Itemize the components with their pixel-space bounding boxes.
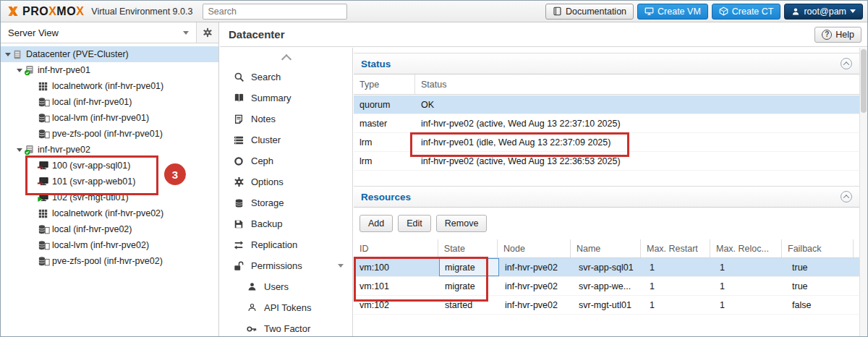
- unlock-icon: [233, 261, 244, 271]
- vm-migrate-icon: [38, 161, 52, 171]
- tree-item-vm-102[interactable]: 102 (svr-mgt-utl01): [1, 189, 218, 205]
- tree-item-vm-101[interactable]: 101 (svr-app-web01): [1, 174, 218, 189]
- proxmox-app: PROXMOX Virtual Environment 9.0.3 Docume…: [0, 0, 868, 337]
- brand: PROXMOX Virtual Environment 9.0.3: [7, 5, 192, 18]
- tree-settings-button[interactable]: [196, 22, 218, 43]
- expander-icon[interactable]: [15, 69, 24, 72]
- column-header-max-reloc[interactable]: Max. Reloc...: [710, 239, 782, 257]
- tree-item-localnetwork-pve01[interactable]: localnetwork (inf-hvr-pve01): [1, 78, 218, 94]
- page-title: Datacenter: [229, 28, 285, 40]
- expander-icon[interactable]: [15, 148, 24, 152]
- menu-item-users[interactable]: Users: [220, 276, 352, 297]
- menu-item-api-tokens[interactable]: API Tokens: [220, 297, 352, 318]
- documentation-button[interactable]: Documentation: [545, 4, 634, 20]
- menu-item-ceph[interactable]: Ceph: [220, 150, 352, 171]
- storage-icon: [38, 256, 52, 267]
- resources-panel-title: Resources: [361, 192, 411, 202]
- column-header-state[interactable]: State: [438, 239, 498, 257]
- menu-item-search[interactable]: Search: [220, 67, 352, 88]
- column-header-failback[interactable]: Failback: [782, 239, 854, 257]
- status-row-lrm-pve02[interactable]: lrm inf-hvr-pve02 (active, Wed Aug 13 22…: [354, 152, 859, 171]
- tree-item-pve-zfs-pool-pve02[interactable]: pve-zfs-pool (inf-hvr-pve02): [1, 253, 218, 269]
- storage-icon: [38, 240, 52, 251]
- create-ct-button[interactable]: Create CT: [712, 4, 781, 20]
- status-row-master[interactable]: master inf-hvr-pve02 (active, Wed Aug 13…: [354, 114, 859, 133]
- user-menu-button[interactable]: root@pam: [784, 4, 863, 20]
- note-icon: [233, 114, 244, 124]
- menu-item-backup[interactable]: Backup: [220, 213, 352, 234]
- cluster-icon: [233, 135, 244, 145]
- node-online-icon: [24, 145, 38, 155]
- gear-icon: [203, 27, 213, 38]
- add-button[interactable]: Add: [359, 215, 393, 232]
- sidebar: Server View Datacenter (PVE-Cluster) inf…: [1, 22, 219, 336]
- column-header-status[interactable]: Status: [415, 74, 859, 94]
- tree-item-node-pve01[interactable]: inf-hvr-pve01: [1, 62, 218, 78]
- status-row-quorum[interactable]: quorum OK: [354, 95, 859, 114]
- resource-row-vm-100[interactable]: vm:100 migrate inf-hvr-pve02 svr-app-sql…: [354, 258, 859, 277]
- tree-item-vm-100[interactable]: 100 (svr-app-sql01): [1, 158, 218, 174]
- tree-item-pve-zfs-pool-pve01[interactable]: pve-zfs-pool (inf-hvr-pve01): [1, 126, 218, 142]
- tree-item-local-lvm-pve01[interactable]: local-lvm (inf-hvr-pve01): [1, 110, 218, 126]
- user-icon: [246, 282, 258, 291]
- proxmox-logo-icon: [7, 5, 20, 17]
- book-icon: [553, 7, 562, 16]
- menu-item-storage[interactable]: Storage: [220, 192, 352, 213]
- tree-item-datacenter[interactable]: Datacenter (PVE-Cluster): [1, 46, 218, 62]
- global-search-input[interactable]: [203, 4, 347, 20]
- scrollbar-thumb[interactable]: [861, 49, 867, 113]
- column-header-name[interactable]: Name: [571, 239, 641, 257]
- vm-migrate-icon: [38, 176, 52, 187]
- help-button[interactable]: ? Help: [814, 27, 861, 43]
- menu-item-notes[interactable]: Notes: [220, 108, 352, 129]
- resource-row-vm-102[interactable]: vm:102 started inf-hvr-pve02 svr-mgt-utl…: [354, 296, 859, 315]
- remove-button[interactable]: Remove: [436, 215, 488, 232]
- key-icon: [246, 324, 258, 334]
- status-row-lrm-pve01[interactable]: lrm inf-hvr-pve01 (idle, Wed Aug 13 22:3…: [354, 133, 859, 152]
- collapse-status-button[interactable]: [841, 58, 852, 69]
- gear-icon: [233, 176, 244, 187]
- help-icon: ?: [822, 30, 832, 40]
- chevron-down-icon: [850, 9, 856, 13]
- status-panel-title: Status: [361, 59, 391, 69]
- ceph-icon: [233, 156, 244, 166]
- network-icon: [38, 209, 52, 218]
- menu-item-two-factor[interactable]: Two Factor: [220, 318, 352, 337]
- chevron-up-icon: [281, 54, 291, 64]
- user-icon: [791, 7, 800, 16]
- node-online-icon: [24, 65, 38, 76]
- chevron-down-icon: [183, 31, 189, 35]
- column-header-type[interactable]: Type: [354, 74, 415, 94]
- search-icon: [233, 72, 244, 82]
- column-header-filler: [854, 239, 859, 257]
- menu-item-options[interactable]: Options: [220, 171, 352, 192]
- tree-item-local-lvm-pve02[interactable]: local-lvm (inf-hvr-pve02): [1, 237, 218, 253]
- menu-item-cluster[interactable]: Cluster: [220, 129, 352, 150]
- menu-item-summary[interactable]: Summary: [220, 88, 352, 108]
- view-select[interactable]: Server View: [1, 22, 196, 43]
- tree-item-node-pve02[interactable]: inf-hvr-pve02: [1, 142, 218, 158]
- status-table-header: Type Status: [354, 74, 859, 95]
- collapse-resources-button[interactable]: [841, 191, 852, 202]
- brand-wordmark: PROXMOX: [22, 5, 84, 18]
- version-text: Virtual Environment 9.0.3: [91, 7, 192, 17]
- menu-scroll-up-indicator[interactable]: [220, 48, 352, 67]
- edit-button[interactable]: Edit: [398, 215, 431, 232]
- storage-icon: [38, 113, 52, 124]
- floppy-icon: [233, 219, 244, 229]
- column-header-id[interactable]: ID: [354, 239, 438, 257]
- menu-item-replication[interactable]: Replication: [220, 234, 352, 255]
- column-header-node[interactable]: Node: [498, 239, 571, 257]
- tree-item-localnetwork-pve02[interactable]: localnetwork (inf-hvr-pve02): [1, 205, 218, 221]
- vertical-scrollbar[interactable]: [859, 48, 867, 336]
- resource-tree: Datacenter (PVE-Cluster) inf-hvr-pve01 l…: [1, 43, 218, 269]
- expander-icon[interactable]: [4, 53, 12, 56]
- tree-item-local-pve02[interactable]: local (inf-hvr-pve02): [1, 221, 218, 237]
- tree-item-local-pve01[interactable]: local (inf-hvr-pve01): [1, 94, 218, 110]
- storage-icon: [233, 198, 244, 208]
- chevron-down-icon[interactable]: [338, 264, 344, 268]
- resource-row-vm-101[interactable]: vm:101 migrate inf-hvr-pve02 svr-app-we.…: [354, 277, 859, 296]
- column-header-max-restart[interactable]: Max. Restart: [641, 239, 710, 257]
- create-vm-button[interactable]: Create VM: [637, 4, 708, 20]
- menu-item-permissions[interactable]: Permissions: [220, 255, 352, 276]
